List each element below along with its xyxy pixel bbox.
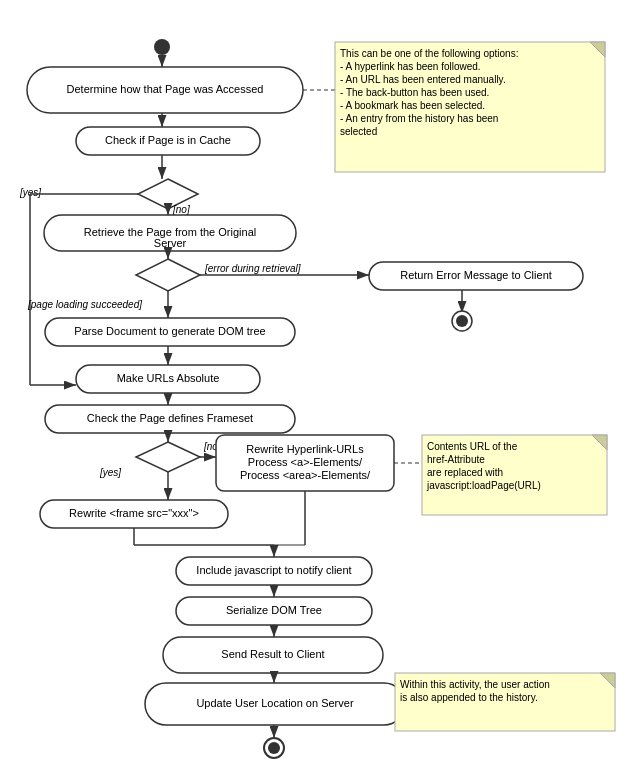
error-msg-label: Return Error Message to Client xyxy=(400,269,552,281)
retrieve-label2: Server xyxy=(154,237,187,249)
diamond3 xyxy=(136,442,200,472)
note3-line2: is also appended to the history. xyxy=(400,692,538,703)
send-result-label: Send Result to Client xyxy=(221,648,324,660)
update-location-label: Update User Location on Server xyxy=(196,697,353,709)
include-js-label: Include javascript to notify client xyxy=(196,564,351,576)
svg-point-14 xyxy=(456,315,468,327)
note3-line1: Within this activity, the user action xyxy=(400,679,550,690)
note1-line2: - A hyperlink has been followed. xyxy=(340,61,481,72)
check-cache-label: Check if Page is in Cache xyxy=(105,134,231,146)
no1-label: [no] xyxy=(172,204,190,215)
note1-line6: - An entry from the history has been xyxy=(340,113,498,124)
note1-line4: - The back-button has been used. xyxy=(340,87,489,98)
check-frameset-label: Check the Page defines Frameset xyxy=(87,412,253,424)
page-loading-label: [page loading succeeded] xyxy=(27,299,142,310)
note2-line3: are replaced with xyxy=(427,467,503,478)
note1-line3: - An URL has been entered manually. xyxy=(340,74,506,85)
note1-line7: selected xyxy=(340,126,377,137)
note2-line2: href-Attribute xyxy=(427,454,485,465)
parse-label: Parse Document to generate DOM tree xyxy=(74,325,265,337)
diamond2 xyxy=(136,259,200,291)
start-node xyxy=(154,39,170,55)
determine-label: Determine how that Page was Accessed xyxy=(67,83,264,95)
rewrite-frame-label: Rewrite <frame src="xxx"> xyxy=(69,507,199,519)
rewrite-hyperlink-label2: Process <a>-Elements/ xyxy=(248,456,363,468)
note2-line1: Contents URL of the xyxy=(427,441,518,452)
serialize-label: Serialize DOM Tree xyxy=(226,604,322,616)
rewrite-hyperlink-label3: Process <area>-Elements/ xyxy=(240,469,371,481)
note1-line1: This can be one of the following options… xyxy=(340,48,518,59)
yes2-label: [yes] xyxy=(99,467,121,478)
note1-line5: - A bookmark has been selected. xyxy=(340,100,485,111)
error-label: [error during retrieval] xyxy=(204,263,301,274)
rewrite-hyperlink-label1: Rewrite Hyperlink-URLs xyxy=(246,443,364,455)
note2-line4: javascript:loadPage(URL) xyxy=(426,480,541,491)
make-urls-label: Make URLs Absolute xyxy=(117,372,220,384)
svg-point-34 xyxy=(268,742,280,754)
diagram-svg: Determine how that Page was Accessed Thi… xyxy=(0,0,631,766)
diagram-container: Determine how that Page was Accessed Thi… xyxy=(0,0,631,766)
